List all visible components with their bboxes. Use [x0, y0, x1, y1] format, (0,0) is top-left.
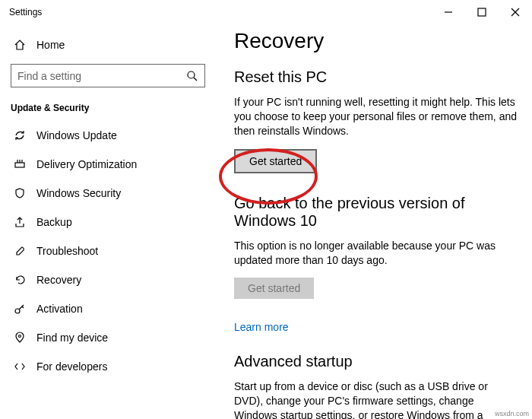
sidebar-item-label: Backup [36, 216, 72, 228]
close-icon [509, 6, 521, 18]
reset-body: If your PC isn't running well, resetting… [234, 95, 517, 138]
sidebar-item-label: Windows Security [36, 187, 121, 199]
svg-line-13 [22, 306, 24, 308]
svg-line-5 [194, 78, 197, 81]
sidebar-item-label: Troubleshoot [36, 245, 98, 257]
search-icon [186, 70, 198, 82]
svg-rect-1 [478, 8, 486, 16]
sidebar: Home Find a setting Update & Security Wi… [0, 24, 213, 419]
sidebar-item-label: Recovery [36, 274, 81, 286]
svg-point-4 [188, 71, 195, 78]
maximize-button[interactable] [465, 0, 499, 24]
sidebar-item-find-my-device[interactable]: Find my device [8, 323, 213, 352]
home-icon [14, 39, 26, 51]
advanced-heading: Advanced startup [234, 353, 517, 370]
close-button[interactable] [499, 0, 532, 24]
titlebar: Settings [0, 0, 532, 24]
sidebar-item-backup[interactable]: Backup [8, 208, 213, 236]
sidebar-item-label: Find my device [36, 332, 108, 344]
sidebar-home-label: Home [36, 39, 65, 51]
wrench-icon [14, 245, 26, 257]
minimize-icon [442, 6, 454, 18]
code-icon [14, 360, 26, 373]
sidebar-item-troubleshoot[interactable]: Troubleshoot [8, 236, 213, 265]
reset-heading: Reset this PC [234, 68, 517, 86]
sidebar-item-windows-update[interactable]: Windows Update [8, 121, 213, 150]
sidebar-item-delivery-optimization[interactable]: Delivery Optimization [8, 150, 213, 179]
sidebar-item-recovery[interactable]: Recovery [8, 265, 213, 294]
advanced-body: Start up from a device or disc (such as … [234, 379, 517, 419]
delivery-icon [14, 158, 26, 170]
window-title: Settings [9, 7, 42, 17]
page-title: Recovery [234, 29, 517, 53]
sync-icon [14, 129, 26, 141]
learn-more-link[interactable]: Learn more [234, 321, 289, 333]
sidebar-item-windows-security[interactable]: Windows Security [8, 179, 213, 208]
sidebar-item-label: Delivery Optimization [36, 158, 137, 170]
maximize-icon [476, 6, 488, 18]
sidebar-item-activation[interactable]: Activation [8, 294, 213, 323]
goback-heading: Go back to the previous version of Windo… [234, 195, 517, 230]
svg-rect-6 [15, 163, 24, 167]
main-content: Recovery Reset this PC If your PC isn't … [213, 24, 532, 419]
reset-get-started-button[interactable]: Get started [234, 149, 317, 173]
search-input[interactable]: Find a setting [11, 64, 205, 87]
location-icon [14, 332, 26, 344]
sidebar-section-title: Update & Security [8, 98, 213, 121]
shield-icon [14, 187, 26, 199]
goback-body: This option is no longer available becau… [234, 239, 517, 268]
sidebar-item-label: Activation [36, 303, 83, 315]
svg-point-14 [19, 335, 21, 338]
sidebar-item-for-developers[interactable]: For developers [8, 352, 213, 381]
minimize-button[interactable] [432, 0, 465, 24]
backup-icon [14, 216, 26, 228]
recovery-icon [14, 274, 26, 286]
sidebar-home[interactable]: Home [8, 30, 213, 59]
sidebar-item-label: Windows Update [36, 129, 117, 141]
window-controls [432, 0, 532, 24]
search-placeholder: Find a setting [17, 70, 81, 82]
key-icon [14, 303, 26, 315]
goback-get-started-button: Get started [234, 278, 314, 299]
watermark: wsxdn.com [495, 410, 529, 417]
sidebar-item-label: For developers [36, 360, 107, 373]
